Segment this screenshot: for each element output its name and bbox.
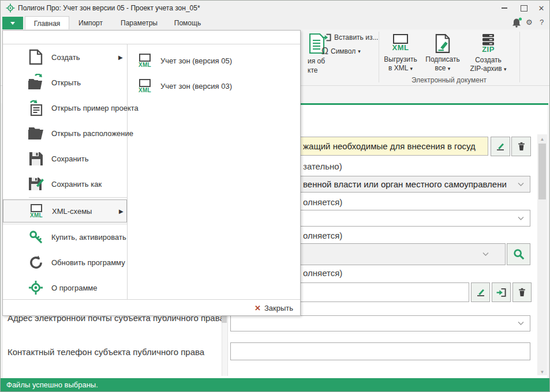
- minimize-icon: [502, 7, 507, 9]
- status-bar: Файлы успешно выбраны.: [1, 378, 549, 391]
- dropdown-caret-icon: ▾: [504, 66, 507, 72]
- not-filled-label: олняется): [303, 268, 342, 278]
- menu-item-create[interactable]: Создать ▶: [3, 44, 127, 70]
- xml-icon: XML: [136, 77, 154, 95]
- submenu-arrow-icon: ▶: [119, 208, 124, 214]
- xml-icon: XML: [136, 51, 154, 70]
- tab-import[interactable]: Импорт: [73, 16, 108, 29]
- menu-item-update[interactable]: Обновить программу: [3, 250, 127, 275]
- menu-item-save-as[interactable]: Сохранить как: [3, 171, 127, 197]
- app-logo-icon: [6, 3, 15, 13]
- submenu-item-uchet-zon-05[interactable]: XML Учет зон (версия 05): [127, 48, 300, 73]
- optional-hint-label: зательно): [303, 161, 342, 171]
- tab-main[interactable]: Главная: [25, 16, 69, 30]
- object-info-label: ия об кте: [308, 56, 325, 75]
- close-button[interactable]: ✕: [535, 2, 548, 14]
- dropdown-caret-icon: ▾: [410, 66, 413, 71]
- tab-params[interactable]: Параметры: [114, 16, 164, 29]
- search-button[interactable]: [507, 243, 530, 265]
- sign-document-icon: [435, 34, 451, 53]
- help-icon[interactable]: ?: [540, 18, 544, 27]
- key-icon: [27, 228, 44, 246]
- menu-item-open[interactable]: Открыть: [3, 70, 127, 95]
- email-select[interactable]: [230, 315, 530, 331]
- menu-close-button[interactable]: ✕ Закрыть: [3, 299, 300, 316]
- application-window: Полигон Про: Учет зон версии 05 - Проект…: [0, 0, 550, 392]
- scrollbar-up-button[interactable]: ▲: [537, 135, 547, 143]
- submenu-item-uchet-zon-03[interactable]: XML Учет зон (версия 03): [127, 73, 300, 99]
- notification-bell-icon[interactable]: [512, 17, 523, 28]
- chevron-down-icon: [482, 252, 489, 257]
- menu-item-save[interactable]: Сохранить: [3, 146, 127, 171]
- authority-value: венной власти или орган местного самоупр…: [303, 179, 507, 189]
- ribbon-group-label: Электронный документ: [380, 76, 518, 84]
- chevron-down-icon: [518, 216, 524, 220]
- open-example-icon: [27, 99, 44, 117]
- not-filled-label: олняется): [303, 231, 342, 240]
- menu-item-xml-schemas[interactable]: XML XML-схемы ▶: [3, 199, 127, 223]
- open-folder-icon: [27, 73, 44, 92]
- symbol-button[interactable]: Ω Символ ▾: [321, 46, 361, 56]
- omega-icon: Ω: [321, 46, 328, 56]
- ribbon-tab-row: Главная Импорт Параметры Помощь ⚙ ?: [1, 16, 549, 29]
- dropdown-caret-icon: ▾: [358, 48, 361, 54]
- pencil-icon: [476, 287, 486, 297]
- submenu-arrow-icon: ▶: [118, 54, 123, 61]
- window-title: Полигон Про: Учет зон версии 05 - Проект…: [18, 4, 200, 12]
- zip-archive-icon: ZIP: [481, 34, 496, 54]
- settings-gear-icon[interactable]: ⚙: [526, 18, 533, 27]
- dropdown-caret-icon: ▾: [448, 66, 451, 71]
- export-xml-button[interactable]: XML Выгрузить в XML ▾: [379, 34, 422, 73]
- delete-button[interactable]: [511, 137, 531, 156]
- scrollbar-thumb[interactable]: [538, 144, 546, 199]
- trash-icon: [517, 141, 526, 152]
- edit-button-2[interactable]: [471, 282, 490, 302]
- import-button[interactable]: [492, 282, 511, 302]
- scrollbar-down-button[interactable]: ▼: [537, 368, 547, 376]
- minimize-button[interactable]: [498, 2, 511, 14]
- sign-all-button[interactable]: Подписать все ▾: [421, 34, 465, 73]
- menu-header-strip: [3, 31, 300, 44]
- maximize-button[interactable]: [518, 2, 530, 14]
- menu-item-about[interactable]: О программе: [3, 275, 127, 300]
- doc-name-value: жащий необходимые для внесения в госуд: [303, 141, 476, 151]
- status-text: Файлы успешно выбраны.: [6, 380, 98, 389]
- paste-from-button[interactable]: Вставить из...: [321, 33, 378, 42]
- new-document-icon: [27, 48, 44, 66]
- search-icon: [512, 248, 525, 261]
- main-menu-panel: Создать ▶ Открыть: [2, 30, 301, 316]
- close-x-icon: ✕: [255, 304, 261, 312]
- trash-icon: [517, 287, 527, 297]
- title-bar: Полигон Про: Учет зон версии 05 - Проект…: [1, 1, 549, 16]
- tab-help[interactable]: Помощь: [169, 16, 206, 29]
- import-arrow-icon: [496, 287, 507, 298]
- save-as-icon: [27, 175, 44, 193]
- main-menu-button[interactable]: [2, 17, 23, 29]
- menu-item-open-example[interactable]: Открыть пример проекта: [3, 95, 127, 120]
- paste-into-icon: [321, 33, 331, 42]
- edit-button[interactable]: [491, 137, 510, 156]
- chevron-down-icon: [518, 182, 524, 186]
- ribbon-separator: [519, 32, 520, 82]
- menu-item-buy-activate[interactable]: Купить, активировать: [3, 224, 127, 250]
- chevron-down-icon: [10, 22, 15, 25]
- xml-icon: XML: [28, 202, 45, 220]
- chevron-down-icon: [518, 322, 524, 326]
- not-filled-label: олняется): [303, 197, 342, 207]
- menu-item-open-location[interactable]: Открыть расположение: [3, 120, 127, 146]
- xml-file-icon: XML: [392, 34, 409, 52]
- refresh-icon: [27, 253, 44, 272]
- create-zip-button[interactable]: ZIP Создать ZIP-архив ▾: [463, 34, 513, 74]
- folder-icon: [27, 124, 44, 142]
- pencil-icon: [495, 141, 506, 152]
- phone-label: Контактный телефон субъекта публичного п…: [8, 346, 227, 357]
- phone-input[interactable]: [230, 342, 530, 360]
- maximize-icon: [521, 5, 527, 12]
- app-logo-icon: [27, 278, 44, 297]
- delete-button-2[interactable]: [512, 282, 532, 302]
- menu-separator: [29, 197, 127, 198]
- save-icon: [27, 149, 44, 168]
